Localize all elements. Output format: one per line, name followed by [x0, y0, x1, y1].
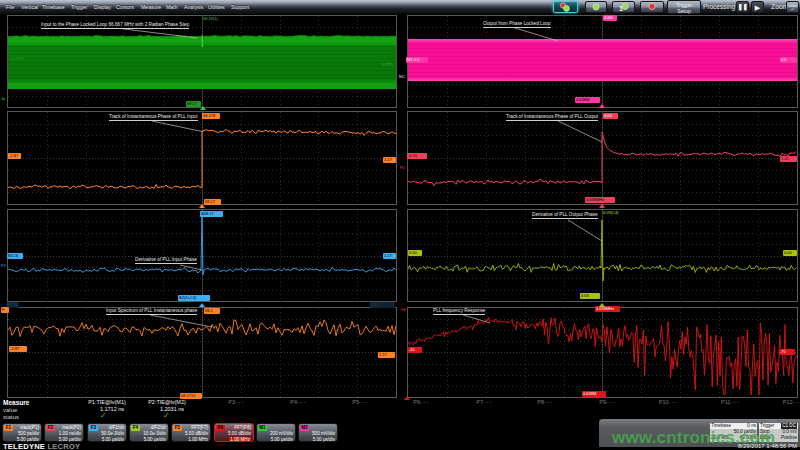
svg-text:1: 1 [619, 5, 623, 12]
